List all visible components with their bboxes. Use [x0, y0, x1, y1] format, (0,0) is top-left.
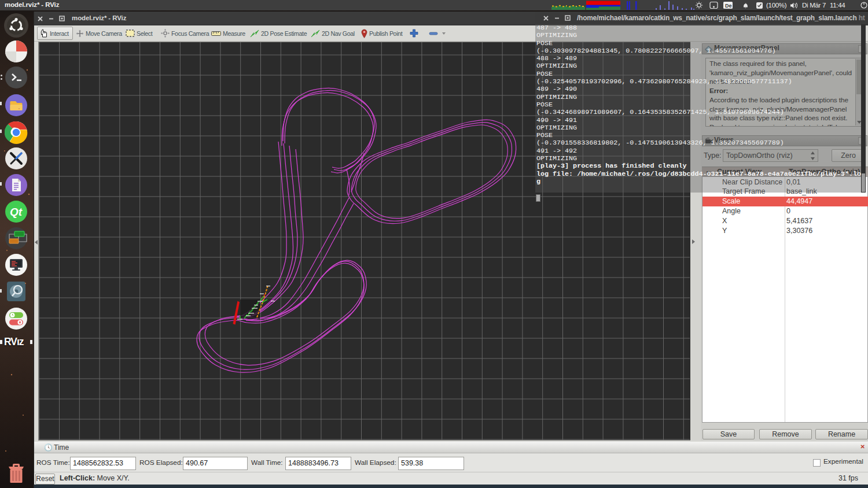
svg-text:Di Mär 7: Di Mär 7	[802, 2, 826, 9]
svg-text:11:44: 11:44	[830, 2, 845, 9]
svg-text:(100%): (100%)	[766, 2, 787, 9]
svg-text:De: De	[725, 3, 732, 9]
